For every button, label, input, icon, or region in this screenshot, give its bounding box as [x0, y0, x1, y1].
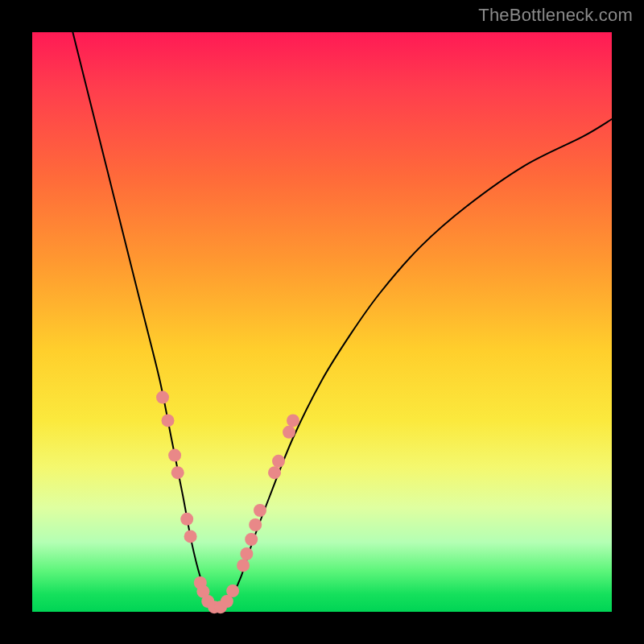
highlight-point	[272, 455, 285, 468]
watermark-text: TheBottleneck.com	[478, 5, 633, 26]
highlight-point	[240, 547, 253, 560]
highlighted-points-group	[156, 391, 299, 614]
highlight-point	[180, 513, 193, 526]
highlight-point	[226, 584, 239, 597]
highlight-point	[245, 533, 258, 546]
highlight-point	[168, 449, 181, 462]
plot-area	[32, 32, 612, 612]
highlight-point	[162, 414, 175, 427]
highlight-point	[254, 504, 266, 517]
highlight-point	[249, 518, 262, 531]
highlight-point	[283, 426, 295, 439]
highlight-point	[156, 391, 169, 404]
highlight-point	[184, 530, 197, 543]
bottleneck-curve	[72, 32, 612, 609]
highlight-point	[287, 414, 299, 427]
chart-overlay	[32, 32, 612, 612]
highlight-point	[268, 466, 281, 479]
chart-frame: TheBottleneck.com	[0, 0, 644, 644]
highlight-point	[237, 559, 250, 572]
highlight-point	[171, 466, 184, 479]
